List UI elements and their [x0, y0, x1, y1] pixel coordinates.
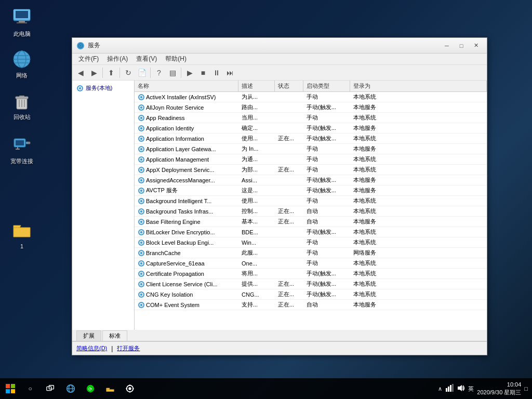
svg-point-43	[138, 177, 144, 183]
service-status	[275, 159, 303, 160]
table-row[interactable]: ActiveX Installer (AxInstSV) 为从... 手动 本地…	[135, 92, 487, 102]
search-button[interactable]: ○	[21, 378, 39, 399]
table-row[interactable]: CNG Key Isolation CNG... 正在... 手动(触发... …	[135, 289, 487, 300]
taskbar-network-icon[interactable]	[445, 384, 454, 393]
taskbar-notify-button[interactable]: □	[524, 385, 528, 392]
table-row[interactable]: App Readiness 当用... 手动 本地系统	[135, 113, 487, 123]
tab-expand[interactable]: 扩展	[76, 330, 101, 341]
taskbar-item-explorer[interactable]	[101, 378, 119, 399]
service-icon	[138, 125, 145, 132]
bottom-link-open[interactable]: 打开服务	[117, 344, 140, 352]
table-row[interactable]: CaptureService_61eaa One... 手动 本地系统	[135, 258, 487, 269]
back-button[interactable]: ◀	[74, 66, 87, 79]
taskbar-item-settings[interactable]	[121, 378, 139, 399]
desktop-icon-folder[interactable]: 1	[6, 218, 37, 251]
toolbar-separator-2	[119, 68, 120, 78]
table-row[interactable]: Block Level Backup Engi... Win... 手动 本地系…	[135, 237, 487, 248]
table-row[interactable]: Background Intelligent T... 使用... 手动 本地系…	[135, 196, 487, 206]
taskbar-lang[interactable]: 英	[468, 385, 474, 393]
table-row[interactable]: Background Tasks Infras... 控制... 正在... 自…	[135, 206, 487, 217]
menu-view[interactable]: 查看(V)	[132, 54, 161, 64]
service-startup: 手动	[303, 196, 350, 205]
svg-point-59	[138, 260, 144, 267]
service-name: Background Tasks Infras...	[146, 208, 213, 215]
taskbar-items: ⟳	[42, 378, 139, 399]
table-row[interactable]: Client License Service (Cli... 提供... 正在.…	[135, 279, 487, 289]
taskbar-item-multiwindow[interactable]	[42, 378, 60, 399]
pause-button[interactable]: ⏸	[210, 66, 223, 79]
service-login: 本地系统	[350, 280, 487, 288]
properties-button[interactable]: ▤	[166, 66, 179, 79]
close-button[interactable]: ✕	[469, 41, 483, 51]
forward-button[interactable]: ▶	[88, 66, 100, 79]
table-row[interactable]: AllJoyn Router Service 路由... 手动(触发... 本地…	[135, 102, 487, 113]
menu-file[interactable]: 文件(F)	[74, 54, 103, 64]
table-row[interactable]: Application Layer Gatewa... 为 In... 手动 本…	[135, 144, 487, 154]
table-row[interactable]: Application Management 为通... 手动 本地系统	[135, 154, 487, 165]
col-header-login[interactable]: 登录为	[350, 81, 487, 91]
service-icon	[138, 239, 145, 246]
maximize-button[interactable]: □	[455, 41, 468, 51]
desktop-icon-network[interactable]: 网络	[6, 47, 37, 82]
col-header-name[interactable]: 名称	[135, 81, 238, 91]
col-header-desc[interactable]: 描述	[238, 81, 275, 91]
window-title: 服务	[88, 41, 440, 50]
export-button[interactable]: 📄	[136, 66, 148, 79]
taskbar-item-store[interactable]: ⟳	[81, 378, 100, 399]
table-row[interactable]: Base Filtering Engine 基本... 正在... 自动 本地服…	[135, 217, 487, 227]
taskbar: ○ ⟳	[0, 378, 532, 399]
window-titlebar: 服务 ─ □ ✕	[72, 38, 487, 54]
service-login: 本地系统	[350, 259, 487, 268]
service-startup: 手动(触发...	[303, 290, 350, 299]
menu-help[interactable]: 帮助(H)	[161, 54, 191, 64]
stop-button[interactable]: ■	[197, 66, 209, 79]
table-row[interactable]: AssignedAccessManager... Assi... 手动(触发..…	[135, 175, 487, 185]
service-login: 本地系统	[350, 207, 487, 216]
desktop-icon-recycle-bin[interactable]: 回收站	[6, 88, 37, 123]
service-name: BitLocker Drive Encryptio...	[146, 229, 215, 235]
table-row[interactable]: Certificate Propagation 将用... 手动(触发... 本…	[135, 269, 487, 279]
service-startup: 手动(触发...	[303, 103, 350, 112]
desktop-icon-my-computer[interactable]: 此电脑	[6, 5, 37, 40]
taskbar-item-browser[interactable]	[61, 378, 80, 399]
refresh-button[interactable]: ↻	[122, 66, 135, 79]
svg-point-51	[138, 219, 144, 225]
desktop-icon-broadband[interactable]: 宽带连接	[6, 132, 37, 167]
service-desc: 基本...	[238, 217, 275, 226]
help-button[interactable]: ?	[153, 66, 165, 79]
table-row[interactable]: AppX Deployment Servic... 为部... 正在... 手动…	[135, 165, 487, 175]
table-row[interactable]: BitLocker Drive Encryptio... BDE... 手动(触…	[135, 227, 487, 237]
start-button[interactable]	[0, 378, 21, 399]
bottom-link-brief[interactable]: 简略信息(D)	[76, 344, 107, 352]
table-row[interactable]: BranchCache 此服... 手动 网络服务	[135, 248, 487, 258]
tab-standard[interactable]: 标准	[102, 330, 127, 341]
table-row[interactable]: AVCTP 服务 这是... 手动(触发... 本地服务	[135, 185, 487, 196]
menu-action[interactable]: 操作(A)	[103, 54, 132, 64]
left-panel: 服务(本地)	[72, 81, 135, 330]
service-name: AVCTP 服务	[146, 187, 178, 194]
service-status: 正在...	[275, 290, 303, 299]
service-status: 正在...	[275, 165, 303, 174]
service-status	[275, 107, 303, 108]
service-status	[275, 263, 303, 264]
service-startup: 手动	[303, 144, 350, 153]
table-row[interactable]: COM+ Event System 支持... 正在... 自动 本地服务	[135, 300, 487, 310]
table-row[interactable]: Application Identity 确定... 手动(触发... 本地服务	[135, 123, 487, 134]
run-button[interactable]: ▶	[183, 66, 196, 79]
svg-point-67	[138, 302, 144, 308]
minimize-button[interactable]: ─	[440, 41, 454, 51]
taskbar-volume-icon[interactable]	[457, 384, 465, 393]
table-row[interactable]: Application Information 使用... 正在... 手动(触…	[135, 134, 487, 144]
left-panel-services[interactable]: 服务(本地)	[74, 83, 132, 94]
taskbar-clock[interactable]: 10:04 2020/9/30 星期三	[477, 381, 521, 397]
col-header-status[interactable]: 状态	[275, 81, 303, 91]
up-button[interactable]: ⬆	[105, 66, 117, 79]
taskbar-arrow-up[interactable]: ∧	[438, 385, 442, 392]
col-header-startup[interactable]: 启动类型	[303, 81, 350, 91]
service-name: CaptureService_61eaa	[146, 260, 205, 267]
service-desc: Win...	[238, 239, 275, 246]
taskbar-right: ∧ 英 10:04 2020/9/30 星期三 □	[438, 381, 532, 397]
restart-button[interactable]: ⏭	[224, 66, 236, 79]
svg-rect-12	[19, 96, 24, 97]
service-list-body[interactable]: ActiveX Installer (AxInstSV) 为从... 手动 本地…	[135, 92, 487, 330]
